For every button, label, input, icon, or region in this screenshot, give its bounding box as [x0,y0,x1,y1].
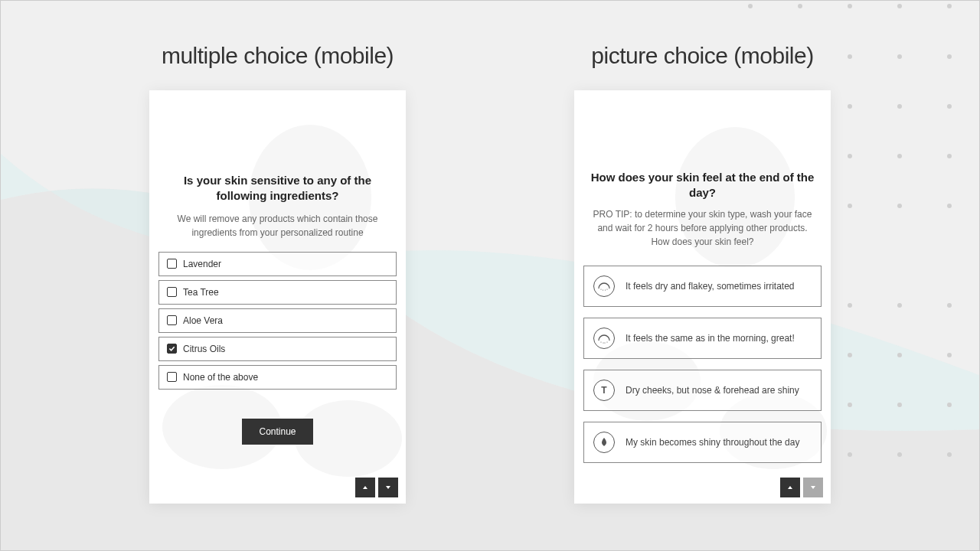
picture-option[interactable]: TDry cheeks, but nose & forehead are shi… [583,370,822,411]
svg-point-10 [600,341,601,342]
picture-option[interactable]: My skin becomes shiny throughout the day [583,422,822,463]
combo-icon: T [593,380,615,401]
svg-point-8 [605,289,606,290]
left-subtext: We will remove any products which contai… [158,212,397,240]
checkbox-option[interactable]: Citrus Oils [158,337,397,361]
nav-up-button[interactable] [780,478,800,497]
nav-down-button [803,478,823,497]
continue-button[interactable]: Continue [242,419,312,445]
right-column: picture choice (mobile) How does your sk… [574,43,831,504]
oily-icon [593,432,615,453]
svg-point-11 [603,342,603,343]
svg-point-12 [604,342,605,343]
right-phone-mock: How does your skin feel at the end of th… [574,90,831,504]
checkbox-option[interactable]: Lavender [158,252,397,276]
checkbox-icon [167,315,177,325]
checkbox-icon [167,344,177,354]
option-label: It feels the same as in the morning, gre… [626,333,795,344]
nav-down-button[interactable] [378,478,398,497]
picture-option[interactable]: It feels the same as in the morning, gre… [583,318,822,359]
checkbox-icon [167,259,177,269]
dry-icon [593,276,615,297]
picture-option[interactable]: It feels dry and flakey, sometimes irrit… [583,266,822,307]
left-question: Is your skin sensitive to any of the fol… [158,173,397,204]
option-label: My skin becomes shiny throughout the day [626,437,799,448]
option-label: Aloe Vera [183,315,223,326]
checkbox-option[interactable]: Aloe Vera [158,308,397,333]
normal-icon [593,328,615,349]
option-label: Dry cheeks, but nose & forehead are shin… [626,385,799,396]
option-label: Citrus Oils [183,344,225,354]
left-section-title: multiple choice (mobile) [162,43,394,69]
option-label: It feels dry and flakey, sometimes irrit… [626,281,795,292]
option-label: None of the above [183,372,258,383]
nav-up-button[interactable] [355,478,375,497]
right-question: How does your skin feel at the end of th… [583,170,822,201]
svg-text:T: T [601,385,607,396]
checkbox-option[interactable]: Tea Tree [158,280,397,305]
svg-point-13 [606,341,607,342]
left-phone-mock: Is your skin sensitive to any of the fol… [149,90,406,504]
right-subtext: PRO TIP: to determine your skin type, wa… [583,207,822,249]
svg-point-7 [603,289,603,290]
option-label: Tea Tree [183,287,219,298]
checkbox-option[interactable]: None of the above [158,365,397,390]
svg-point-9 [606,289,607,289]
option-label: Lavender [183,259,221,269]
checkbox-icon [167,287,177,297]
right-section-title: picture choice (mobile) [591,43,813,69]
svg-point-6 [600,289,601,289]
left-column: multiple choice (mobile) Is your skin se… [149,43,406,504]
checkbox-icon [167,372,177,382]
